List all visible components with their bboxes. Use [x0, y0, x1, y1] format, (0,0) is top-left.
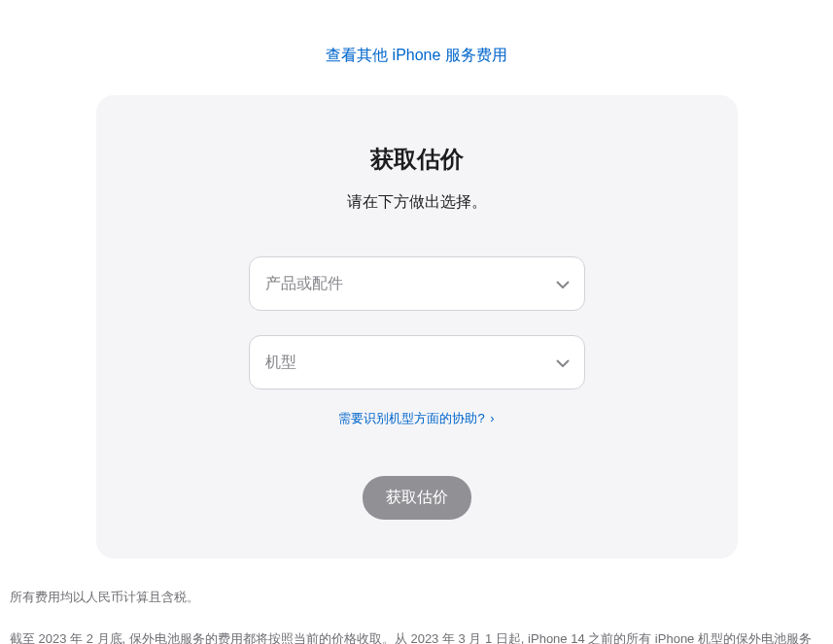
footer-text: 所有费用均以人民币计算且含税。 截至 2023 年 2 月底, 保外电池服务的费… — [10, 559, 823, 644]
product-select-wrapper: 产品或配件 — [249, 256, 585, 311]
get-estimate-button[interactable]: 获取估价 — [363, 476, 471, 520]
chevron-right-icon: › — [490, 411, 494, 425]
other-services-link[interactable]: 查看其他 iPhone 服务费用 — [326, 47, 507, 63]
footer-line2-part1: 截至 2023 年 2 月底, 保外电池服务的费用都将按照当前的价格收取。从 2… — [10, 631, 812, 644]
estimate-card: 获取估价 请在下方做出选择。 产品或配件 机型 需要识别机型方面的协助? › 获… — [96, 95, 738, 559]
footer-line1: 所有费用均以人民币计算且含税。 — [10, 586, 823, 610]
identify-model-help-link[interactable]: 需要识别机型方面的协助? › — [338, 411, 494, 425]
product-select[interactable]: 产品或配件 — [249, 256, 585, 311]
top-link-container: 查看其他 iPhone 服务费用 — [10, 0, 823, 95]
model-select-wrapper: 机型 — [249, 335, 585, 390]
help-link-label: 需要识别机型方面的协助? — [338, 411, 484, 425]
footer-line2: 截至 2023 年 2 月底, 保外电池服务的费用都将按照当前的价格收取。从 2… — [10, 627, 823, 644]
model-select[interactable]: 机型 — [249, 335, 585, 390]
card-subtitle: 请在下方做出选择。 — [135, 192, 699, 213]
card-title: 获取估价 — [135, 144, 699, 175]
help-link-container: 需要识别机型方面的协助? › — [135, 409, 699, 427]
